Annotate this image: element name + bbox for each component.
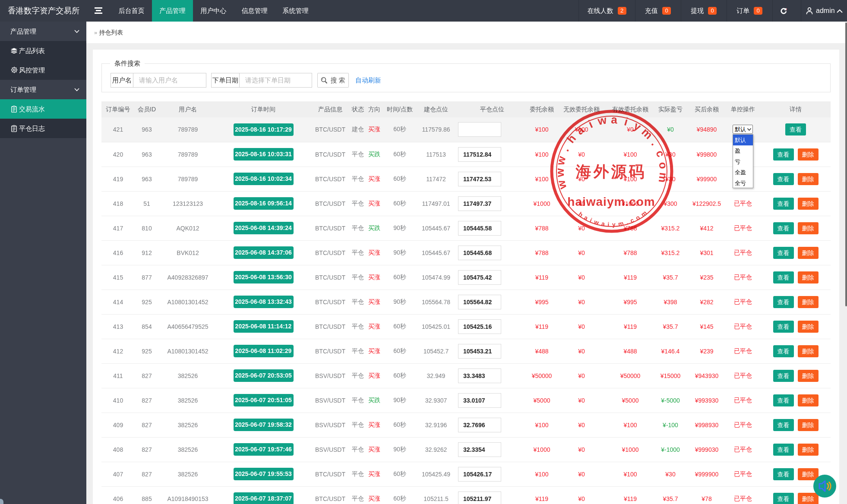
svg-text:i: i [623, 115, 629, 128]
svg-text:w: w [554, 179, 569, 191]
svg-text:海外源码: 海外源码 [575, 163, 647, 180]
svg-text:m: m [656, 172, 670, 183]
svg-text:haiwaiym.com: haiwaiym.com [567, 195, 655, 208]
svg-text:a: a [611, 113, 618, 126]
svg-text:o: o [656, 161, 670, 170]
svg-text:w: w [596, 113, 608, 128]
svg-text:w: w [553, 168, 567, 178]
svg-text:w: w [554, 154, 569, 167]
svg-text:a: a [574, 123, 587, 137]
